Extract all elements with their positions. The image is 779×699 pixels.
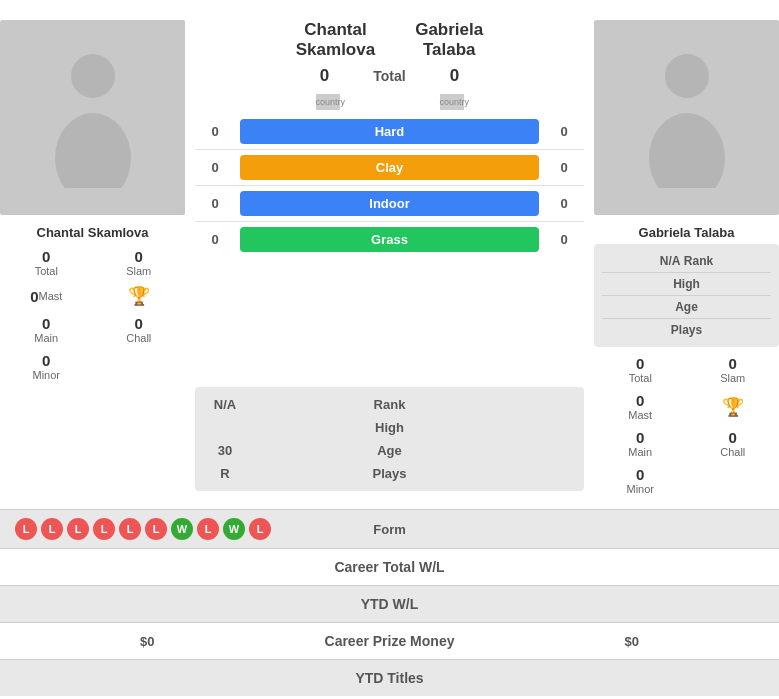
left-slam-label: Slam [99, 265, 180, 277]
form-badges-left: LLLLLLWLWL [15, 518, 330, 540]
surface-right-clay: 0 [544, 160, 584, 175]
center-left-name: Chantal Skamlova [296, 20, 375, 60]
svg-point-2 [665, 54, 709, 98]
form-badge-3: L [93, 518, 115, 540]
career-wl-label: Career Total W/L [280, 559, 500, 575]
right-minor-label: Minor [600, 483, 681, 495]
left-chall-label: Chall [99, 332, 180, 344]
left-main-label: Main [6, 332, 87, 344]
comparison-section: Chantal Skamlova 0 Total 0 Slam 0 Mast 🏆 [0, 0, 779, 509]
right-player-col: Gabriela Talaba N/A Rank High Age Plays … [594, 10, 779, 499]
plays-stat-row: R Plays [205, 462, 574, 485]
ytd-wl-label: YTD W/L [280, 596, 500, 612]
form-label: Form [330, 522, 450, 537]
right-chall-cell: 0 Chall [687, 425, 780, 462]
total-left: 0 [310, 66, 340, 86]
plays-label: Plays [245, 466, 534, 481]
svg-point-1 [55, 113, 131, 188]
form-badge-9: L [249, 518, 271, 540]
left-main-value: 0 [6, 315, 87, 332]
form-badge-1: L [41, 518, 63, 540]
right-chall-value: 0 [693, 429, 774, 446]
left-chall-value: 0 [99, 315, 180, 332]
left-minor-value: 0 [6, 352, 87, 369]
surface-right-indoor: 0 [544, 196, 584, 211]
svg-point-3 [649, 113, 725, 188]
center-top-area: Chantal Skamlova Gabriela Talaba [185, 10, 594, 60]
career-wl-row: Career Total W/L [0, 548, 779, 585]
surface-btn-grass[interactable]: Grass [240, 227, 539, 252]
right-slam-label: Slam [693, 372, 774, 384]
right-trophy-icon-cell: 🏆 [687, 388, 780, 425]
right-player-name: Gabriela Talaba [639, 225, 735, 240]
ytd-wl-row: YTD W/L [0, 585, 779, 622]
surface-left-hard: 0 [195, 124, 235, 139]
form-section: LLLLLLWLWL Form [0, 509, 779, 548]
age-label: Age [245, 443, 534, 458]
right-plays-row: Plays [602, 319, 771, 341]
left-total-value: 0 [6, 248, 87, 265]
high-stat-row: High [205, 416, 574, 439]
right-total-value: 0 [600, 355, 681, 372]
surface-row-grass: 0 Grass 0 [195, 222, 584, 257]
surface-btn-indoor[interactable]: Indoor [240, 191, 539, 216]
left-slam-cell: 0 Slam [93, 244, 186, 281]
right-total-label: Total [600, 372, 681, 384]
right-main-value: 0 [600, 429, 681, 446]
career-prize-left: $0 [15, 634, 280, 649]
right-country-flag: country [440, 94, 464, 110]
right-total-cell: 0 Total [594, 351, 687, 388]
form-badge-0: L [15, 518, 37, 540]
right-trophy-icon: 🏆 [722, 396, 744, 418]
left-trophy-icon-cell: 🏆 [93, 281, 186, 311]
right-mast-value: 0 [600, 392, 681, 409]
left-player-col: Chantal Skamlova 0 Total 0 Slam 0 Mast 🏆 [0, 10, 185, 499]
right-mast-label: Mast [600, 409, 681, 421]
form-badge-2: L [67, 518, 89, 540]
surface-rows: 0 Hard 0 0 Clay 0 0 Indoor 0 0 Grass 0 [195, 114, 584, 257]
surface-right-hard: 0 [544, 124, 584, 139]
left-slam-value: 0 [99, 248, 180, 265]
right-rank-row: N/A Rank [602, 250, 771, 273]
left-trophy-icon: 🏆 [128, 286, 150, 306]
ytd-titles-row: YTD Titles [0, 659, 779, 696]
left-total-label: Total [6, 265, 87, 277]
right-player-stats: 0 Total 0 Slam 0 Mast 🏆 0 Main [594, 351, 779, 499]
surface-left-grass: 0 [195, 232, 235, 247]
left-minor-cell: 0 Minor [0, 348, 93, 385]
right-player-photo [594, 20, 779, 215]
age-stat-row: 30 Age [205, 439, 574, 462]
left-plays-val: R [205, 466, 245, 481]
right-minor-value: 0 [600, 466, 681, 483]
left-age-val: 30 [205, 443, 245, 458]
surface-btn-hard[interactable]: Hard [240, 119, 539, 144]
left-trophy-cell: 0 Mast [0, 281, 93, 311]
form-badge-7: L [197, 518, 219, 540]
left-country-flag: country [316, 94, 340, 110]
high-label: High [245, 420, 534, 435]
left-player-name: Chantal Skamlova [37, 225, 149, 240]
career-prize-row: $0 Career Prize Money $0 [0, 622, 779, 659]
right-chall-label: Chall [693, 446, 774, 458]
svg-point-0 [71, 54, 115, 98]
right-high-row: High [602, 273, 771, 296]
right-main-cell: 0 Main [594, 425, 687, 462]
left-player-photo [0, 20, 185, 215]
career-prize-label: Career Prize Money [280, 633, 500, 649]
center-col: Chantal Skamlova Gabriela Talaba 0 Total… [185, 10, 594, 499]
total-right: 0 [440, 66, 470, 86]
right-slam-value: 0 [693, 355, 774, 372]
left-main-cell: 0 Main [0, 311, 93, 348]
right-main-label: Main [600, 446, 681, 458]
left-mast-label: Mast [39, 290, 63, 302]
center-right-name: Gabriela Talaba [415, 20, 483, 60]
form-badge-5: L [145, 518, 167, 540]
left-total-cell: 0 Total [0, 244, 93, 281]
surface-btn-clay[interactable]: Clay [240, 155, 539, 180]
total-row: 0 Total 0 [185, 60, 594, 92]
form-badge-6: W [171, 518, 193, 540]
surface-row-clay: 0 Clay 0 [195, 150, 584, 186]
ytd-titles-label: YTD Titles [280, 670, 500, 686]
surface-right-grass: 0 [544, 232, 584, 247]
right-mast-cell: 0 Mast [594, 388, 687, 425]
